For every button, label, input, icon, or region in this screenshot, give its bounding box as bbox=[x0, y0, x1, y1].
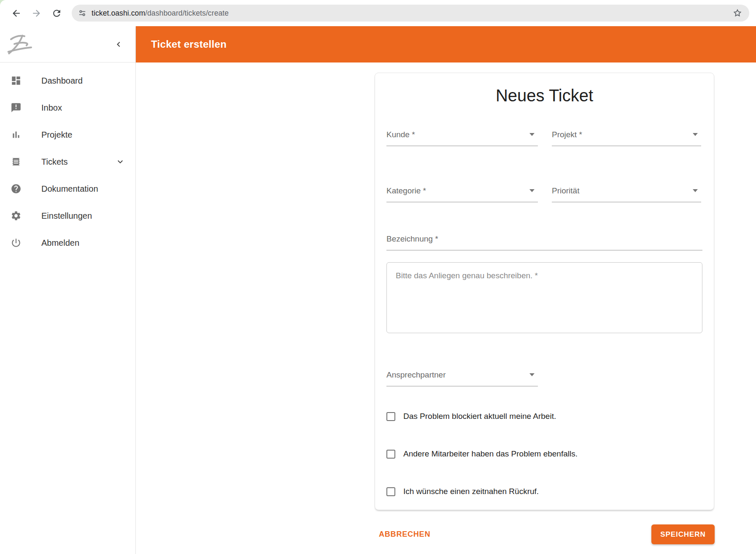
power-icon bbox=[11, 237, 22, 248]
reload-button[interactable] bbox=[50, 7, 63, 19]
dropdown-arrow-icon bbox=[529, 189, 535, 192]
forward-arrow-icon bbox=[31, 8, 42, 19]
sidebar-item-inbox[interactable]: Inbox bbox=[0, 94, 135, 121]
sidebar-item-label: Tickets bbox=[41, 157, 68, 167]
save-button[interactable]: SPEICHERN bbox=[651, 524, 715, 544]
sidebar-header bbox=[0, 26, 135, 62]
kategorie-select[interactable]: Kategorie * bbox=[386, 185, 538, 202]
url-host: ticket.oashi.com bbox=[92, 9, 145, 17]
checkbox-label: Das Problem blockiert aktuell meine Arbe… bbox=[403, 412, 556, 421]
prioritaet-select[interactable]: Priorität bbox=[552, 185, 701, 202]
prioritaet-select-label: Priorität bbox=[552, 186, 579, 195]
sidebar-nav: Dashboard Inbox Projekte bbox=[0, 62, 135, 256]
checkbox-row-rueckruf[interactable]: Ich wünsche einen zeitnahen Rückruf. bbox=[375, 485, 714, 498]
form-actions: ABBRECHEN SPEICHERN bbox=[375, 524, 715, 544]
ansprechpartner-select-label: Ansprechpartner bbox=[386, 370, 446, 379]
dropdown-arrow-icon bbox=[529, 373, 535, 376]
url-text: ticket.oashi.com/dashboard/tickets/creat… bbox=[92, 9, 229, 18]
screen: ticket.oashi.com/dashboard/tickets/creat… bbox=[0, 0, 756, 554]
cancel-button[interactable]: ABBRECHEN bbox=[375, 525, 435, 544]
forward-button[interactable] bbox=[30, 7, 43, 19]
form-row-3 bbox=[375, 233, 714, 250]
new-ticket-card: Neues Ticket Kunde * Projekt * bbox=[375, 73, 714, 510]
sidebar: Dashboard Inbox Projekte bbox=[0, 26, 136, 554]
sidebar-item-dashboard[interactable]: Dashboard bbox=[0, 67, 135, 94]
app-frame: Dashboard Inbox Projekte bbox=[0, 26, 756, 554]
checkbox-label: Andere Mitarbeiter haben das Problem ebe… bbox=[403, 449, 578, 459]
projekt-select[interactable]: Projekt * bbox=[552, 128, 701, 146]
page-header: Ticket erstellen bbox=[136, 26, 756, 62]
dropdown-arrow-icon bbox=[529, 133, 535, 136]
logo bbox=[4, 30, 38, 58]
back-button[interactable] bbox=[10, 7, 22, 19]
sidebar-item-label: Projekte bbox=[41, 130, 72, 140]
checkbox-icon bbox=[386, 450, 395, 459]
ansprechpartner-select[interactable]: Ansprechpartner bbox=[386, 369, 538, 386]
sidebar-item-label: Dashboard bbox=[41, 76, 83, 86]
sidebar-item-label: Einstellungen bbox=[41, 211, 92, 221]
checkbox-icon bbox=[386, 487, 395, 496]
announcement-icon bbox=[11, 102, 22, 113]
sidebar-item-projekte[interactable]: Projekte bbox=[0, 121, 135, 148]
sidebar-item-einstellungen[interactable]: Einstellungen bbox=[0, 202, 135, 229]
bookmark-star-icon[interactable] bbox=[732, 8, 742, 18]
back-arrow-icon bbox=[11, 8, 22, 19]
form-row-2: Kategorie * Priorität bbox=[375, 185, 714, 202]
projekt-select-label: Projekt * bbox=[552, 130, 582, 139]
page-title: Ticket erstellen bbox=[151, 38, 227, 50]
browser-toolbar: ticket.oashi.com/dashboard/tickets/creat… bbox=[0, 0, 756, 26]
dropdown-arrow-icon bbox=[693, 133, 698, 136]
sidebar-item-label: Abmelden bbox=[41, 238, 79, 248]
kategorie-select-label: Kategorie * bbox=[386, 186, 426, 195]
help-icon bbox=[11, 183, 22, 194]
kunde-select-label: Kunde * bbox=[386, 130, 415, 139]
form-row-4 bbox=[375, 262, 714, 335]
checkbox-row-blockiert[interactable]: Das Problem blockiert aktuell meine Arbe… bbox=[375, 410, 714, 423]
ticket-icon bbox=[11, 156, 22, 167]
sidebar-item-tickets[interactable]: Tickets bbox=[0, 148, 135, 175]
kunde-select[interactable]: Kunde * bbox=[386, 128, 538, 146]
bezeichnung-input[interactable] bbox=[386, 233, 702, 250]
reload-icon bbox=[51, 8, 62, 19]
sidebar-item-label: Inbox bbox=[41, 103, 62, 113]
checkbox-icon bbox=[386, 412, 395, 421]
bar-chart-icon bbox=[11, 129, 22, 140]
gear-icon bbox=[11, 210, 22, 221]
form-row-1: Kunde * Projekt * bbox=[375, 128, 714, 146]
checkbox-label: Ich wünsche einen zeitnahen Rückruf. bbox=[403, 487, 539, 496]
checkbox-row-andere-mitarbeiter[interactable]: Andere Mitarbeiter haben das Problem ebe… bbox=[375, 448, 714, 460]
sidebar-collapse-button[interactable] bbox=[113, 39, 124, 49]
content-area: Neues Ticket Kunde * Projekt * bbox=[136, 62, 756, 554]
sidebar-item-dokumentation[interactable]: Dokumentation bbox=[0, 175, 135, 202]
form-row-5: Ansprechpartner bbox=[375, 369, 714, 386]
address-bar[interactable]: ticket.oashi.com/dashboard/tickets/creat… bbox=[72, 5, 749, 22]
sidebar-item-label: Dokumentation bbox=[41, 184, 98, 194]
chevron-down-icon[interactable] bbox=[115, 157, 125, 167]
main-area: Ticket erstellen Neues Ticket Kunde * Pr… bbox=[136, 26, 756, 554]
dashboard-icon bbox=[11, 75, 22, 86]
url-path: /dashboard/tickets/create bbox=[145, 9, 229, 17]
form-title: Neues Ticket bbox=[375, 86, 714, 105]
dropdown-arrow-icon bbox=[693, 189, 698, 192]
site-settings-icon[interactable] bbox=[78, 8, 87, 18]
beschreibung-textarea[interactable] bbox=[386, 262, 702, 333]
sidebar-item-abmelden[interactable]: Abmelden bbox=[0, 229, 135, 256]
